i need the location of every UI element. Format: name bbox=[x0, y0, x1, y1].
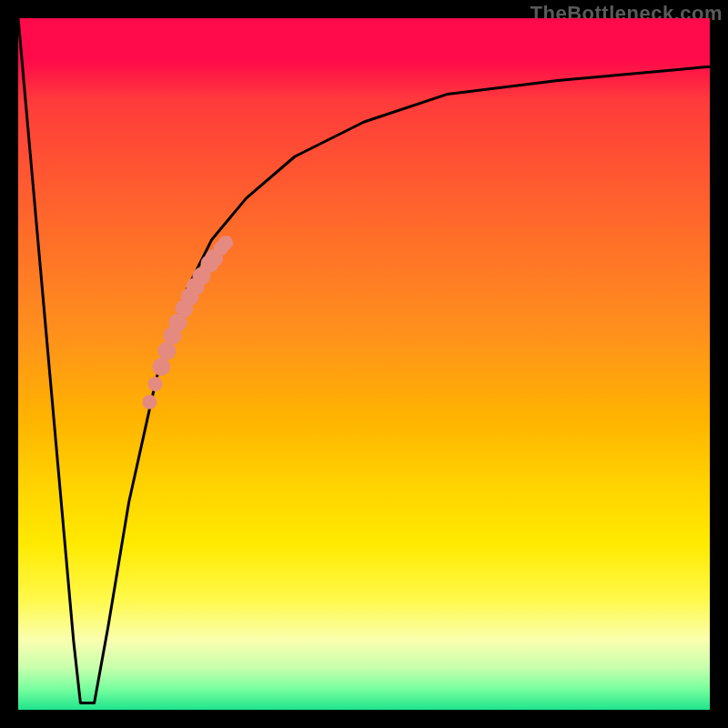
highlight-points bbox=[142, 236, 233, 410]
chart-svg bbox=[18, 18, 710, 710]
highlight-point bbox=[152, 358, 170, 376]
bottleneck-curve bbox=[18, 18, 710, 703]
plot-area bbox=[18, 18, 710, 710]
highlight-point bbox=[218, 236, 233, 250]
highlight-point bbox=[142, 395, 157, 410]
highlight-point bbox=[148, 377, 163, 391]
chart-frame: TheBottleneck.com bbox=[0, 0, 728, 728]
